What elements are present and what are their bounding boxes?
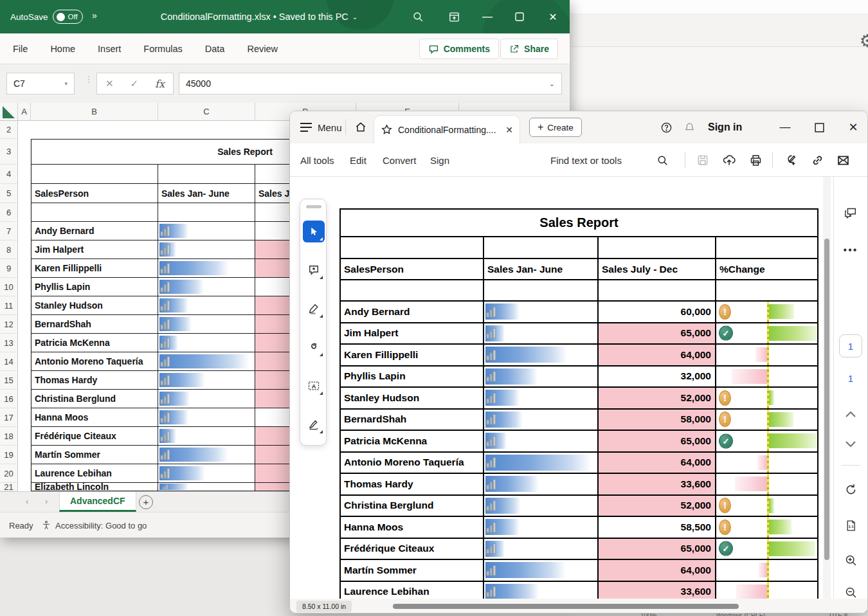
close-icon[interactable]: ✕ bbox=[538, 0, 568, 33]
maximize-icon[interactable] bbox=[504, 0, 535, 33]
column-header-c[interactable]: C bbox=[158, 103, 255, 120]
ribbon-tab-file[interactable]: File bbox=[13, 44, 28, 54]
column-a-spacer[interactable] bbox=[18, 446, 31, 464]
request-signature-icon[interactable] bbox=[784, 143, 798, 177]
horizontal-scrollbar-thumb[interactable] bbox=[393, 604, 739, 609]
column-header-a[interactable]: A bbox=[18, 103, 31, 120]
salesperson-cell[interactable]: Patricia McKenna bbox=[31, 334, 158, 352]
salesperson-cell[interactable]: Karen Fillippelli bbox=[31, 259, 158, 278]
salesperson-cell[interactable]: Jim Halpert bbox=[31, 240, 158, 259]
row-number[interactable]: 7 bbox=[0, 222, 17, 240]
column-a-spacer[interactable] bbox=[18, 315, 31, 334]
comments-panel-icon[interactable] bbox=[834, 204, 867, 222]
save-icon[interactable] bbox=[696, 143, 709, 177]
row-number[interactable]: 13 bbox=[0, 334, 17, 352]
column-a-spacer[interactable] bbox=[18, 408, 31, 427]
gear-icon[interactable]: ⚙ bbox=[860, 31, 868, 51]
column-header-cell[interactable]: SalesPerson bbox=[31, 184, 158, 203]
rotate-icon[interactable] bbox=[834, 480, 867, 498]
select-all-button[interactable] bbox=[0, 103, 18, 120]
empty-cell[interactable] bbox=[31, 203, 158, 222]
share-button[interactable]: Share bbox=[500, 39, 558, 59]
draw-tool-button[interactable] bbox=[303, 336, 325, 358]
empty-cell[interactable] bbox=[158, 203, 255, 222]
row-number[interactable]: 8 bbox=[0, 240, 17, 259]
salesperson-cell[interactable]: Martín Sommer bbox=[31, 446, 158, 464]
edit-button[interactable]: Edit bbox=[350, 143, 366, 177]
add-comment-button[interactable] bbox=[303, 259, 325, 281]
row-number[interactable]: 6 bbox=[0, 203, 17, 222]
empty-cell[interactable] bbox=[158, 165, 255, 184]
column-a-spacer[interactable] bbox=[18, 371, 31, 390]
drag-handle-icon[interactable]: ⋮ bbox=[84, 77, 93, 82]
insert-function-icon[interactable]: fx bbox=[155, 78, 165, 90]
row-number[interactable]: 20 bbox=[0, 464, 17, 483]
prev-sheet-icon[interactable]: ‹ bbox=[26, 496, 28, 506]
row-number[interactable]: 12 bbox=[0, 315, 17, 334]
add-sheet-button[interactable]: + bbox=[139, 495, 153, 509]
search-icon[interactable] bbox=[402, 0, 433, 33]
salesperson-cell[interactable]: Thomas Hardy bbox=[31, 371, 158, 390]
column-a-spacer[interactable] bbox=[18, 139, 31, 165]
select-tool-button[interactable] bbox=[303, 221, 325, 242]
autosave-control[interactable]: AutoSave Off bbox=[10, 10, 83, 24]
bell-icon[interactable] bbox=[683, 111, 696, 143]
salesperson-cell[interactable]: Laurence Lebihan bbox=[31, 464, 158, 483]
column-a-spacer[interactable] bbox=[18, 483, 31, 491]
empty-cell[interactable] bbox=[31, 165, 158, 184]
salesperson-cell[interactable]: Antonio Moreno Taquería bbox=[31, 352, 158, 371]
zoom-out-icon[interactable] bbox=[834, 583, 867, 599]
current-page-box[interactable]: 1 bbox=[839, 334, 862, 358]
column-a-spacer[interactable] bbox=[18, 240, 31, 259]
column-a-spacer[interactable] bbox=[18, 278, 31, 296]
star-icon[interactable] bbox=[381, 123, 393, 136]
salesperson-cell[interactable]: Andy Bernard bbox=[31, 222, 158, 240]
document-title[interactable]: ConditionalFormatting.xlsx • Saved to th… bbox=[116, 0, 402, 33]
zoom-in-icon[interactable] bbox=[834, 551, 867, 569]
help-icon[interactable] bbox=[660, 111, 673, 143]
column-header-cell[interactable]: Sales Jan- June bbox=[158, 184, 255, 203]
chevron-down-icon[interactable] bbox=[834, 436, 867, 453]
link-icon[interactable] bbox=[811, 143, 824, 177]
row-number[interactable]: 15 bbox=[0, 371, 17, 390]
salesperson-cell[interactable]: Frédérique Citeaux bbox=[31, 427, 158, 446]
row-number[interactable]: 14 bbox=[0, 352, 17, 371]
ribbon-tab-formulas[interactable]: Formulas bbox=[143, 44, 182, 54]
salesperson-cell[interactable]: BernardShah bbox=[31, 315, 158, 334]
print-icon[interactable] bbox=[749, 143, 763, 177]
row-number[interactable]: 18 bbox=[0, 427, 17, 446]
column-a-spacer[interactable] bbox=[18, 334, 31, 352]
menu-button[interactable]: Menu bbox=[300, 111, 342, 143]
column-a-spacer[interactable] bbox=[18, 222, 31, 240]
column-a-spacer[interactable] bbox=[18, 352, 31, 371]
email-icon[interactable] bbox=[836, 143, 850, 177]
close-icon[interactable]: ✕ bbox=[840, 111, 866, 143]
comments-button[interactable]: Comments bbox=[419, 39, 499, 59]
sheet-tab-advancedcf[interactable]: AdvancedCF bbox=[59, 492, 136, 512]
salesperson-cell[interactable]: Elizabeth Lincoln bbox=[31, 483, 158, 491]
accessibility-status[interactable]: Accessibility: Good to go bbox=[41, 512, 147, 538]
formula-input[interactable]: 45000 ⌄ bbox=[179, 73, 562, 95]
scrollbar-thumb[interactable] bbox=[824, 239, 829, 560]
search-icon[interactable] bbox=[656, 143, 669, 177]
sign-in-button[interactable]: Sign in bbox=[708, 111, 742, 143]
convert-button[interactable]: Convert bbox=[383, 143, 417, 177]
create-button[interactable]: + Create bbox=[529, 118, 582, 137]
salesperson-cell[interactable]: Hanna Moos bbox=[31, 408, 158, 427]
column-a-spacer[interactable] bbox=[18, 296, 31, 315]
column-a-spacer[interactable] bbox=[18, 165, 31, 184]
row-number[interactable]: 17 bbox=[0, 408, 17, 427]
name-box[interactable]: C7 ▾ bbox=[6, 73, 75, 95]
ribbon-tab-review[interactable]: Review bbox=[247, 44, 278, 54]
row-number[interactable]: 16 bbox=[0, 390, 17, 408]
row-number[interactable]: 5 bbox=[0, 184, 17, 203]
find-text-button[interactable]: Find text or tools bbox=[550, 143, 622, 177]
autosave-toggle[interactable]: Off bbox=[53, 10, 83, 24]
column-header-b[interactable]: B bbox=[31, 103, 158, 120]
more-options-icon[interactable]: ••• bbox=[834, 244, 867, 257]
column-a-spacer[interactable] bbox=[18, 259, 31, 278]
column-a-spacer[interactable] bbox=[18, 464, 31, 483]
row-number[interactable]: 10 bbox=[0, 278, 17, 296]
ribbon-tab-home[interactable]: Home bbox=[50, 44, 75, 54]
home-button[interactable] bbox=[354, 111, 367, 143]
